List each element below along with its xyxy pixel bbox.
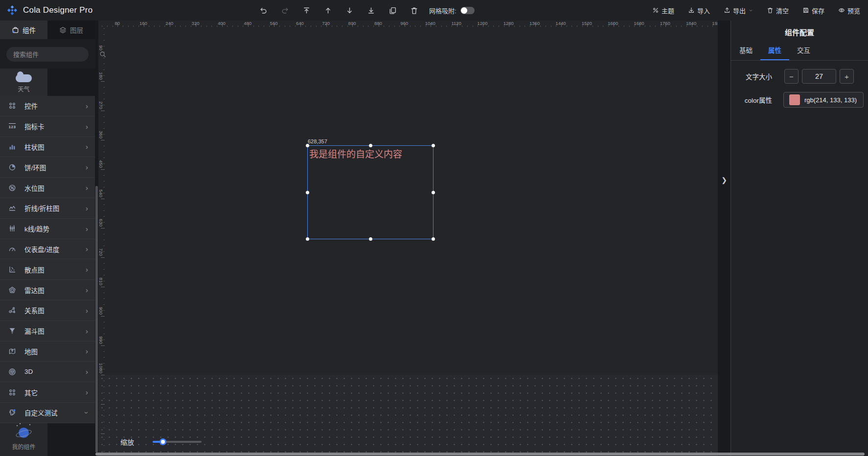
category-relation-graph[interactable]: 关系图 ›: [0, 300, 95, 321]
chevron-right-icon: ›: [86, 266, 88, 273]
save-button[interactable]: 保存: [802, 6, 824, 15]
component-item-weather[interactable]: 天气: [0, 68, 47, 96]
category-bar-chart[interactable]: 柱状图 ›: [0, 137, 95, 158]
category-pie-chart[interactable]: 饼/环图 ›: [0, 157, 95, 178]
category-radar[interactable]: 雷达图 ›: [0, 280, 95, 300]
candlestick-icon: [8, 225, 16, 232]
theme-label: 主题: [662, 6, 674, 15]
chevron-down-icon: [749, 8, 753, 13]
preview-label: 预览: [847, 6, 860, 15]
edit-toolbar: [259, 6, 418, 15]
resize-handle-left[interactable]: [306, 191, 309, 194]
chevron-right-icon: ›: [86, 205, 88, 212]
metric-card-icon: 123: [8, 122, 16, 130]
tab-layers[interactable]: 图层: [47, 21, 95, 39]
category-map[interactable]: 地图 ›: [0, 342, 95, 362]
horizontal-scrollbar[interactable]: [95, 453, 865, 456]
move-up-button[interactable]: [324, 6, 332, 15]
sidebar-scrollbar[interactable]: [95, 21, 98, 456]
tab-basic[interactable]: 基础: [739, 45, 753, 60]
resize-handle-bottom[interactable]: [369, 237, 372, 241]
clear-button[interactable]: 清空: [767, 6, 789, 15]
send-to-back-button[interactable]: [367, 6, 375, 15]
planet-icon: [19, 428, 29, 438]
ruler-vertical: 901802703604505406307208109009901080: [98, 21, 105, 456]
canvas-area[interactable]: 8016024032040048056064072080088096010401…: [98, 21, 718, 456]
category-metric-card[interactable]: 123 指标卡 ›: [0, 116, 95, 137]
category-list: 控件 › 123 指标卡 › 柱状图 › 饼/环图 › 水位图 ›: [0, 96, 95, 423]
font-size-decrease-button[interactable]: −: [784, 69, 799, 84]
copy-button[interactable]: [388, 6, 397, 15]
resize-handle-top[interactable]: [369, 144, 372, 147]
panel-separator: [731, 60, 868, 61]
category-water-level[interactable]: 水位图 ›: [0, 178, 95, 198]
export-icon: [724, 7, 731, 14]
search-input[interactable]: [13, 51, 99, 58]
theme-button[interactable]: 主题: [652, 6, 674, 15]
map-icon: [8, 347, 16, 355]
category-controls[interactable]: 控件 ›: [0, 96, 95, 116]
grid-snap-control: 网格吸附:: [429, 6, 475, 15]
brand: Cola Designer Pro: [0, 4, 161, 16]
cloud-icon: [16, 74, 32, 82]
selected-component[interactable]: 我是组件的自定义内容: [307, 145, 434, 239]
resize-handle-top-right[interactable]: [432, 144, 435, 147]
font-size-increase-button[interactable]: +: [840, 69, 854, 84]
panel-collapse-icon[interactable]: ❯: [718, 176, 731, 184]
panel-gutter: ❯: [718, 21, 731, 456]
chevron-right-icon: ›: [86, 245, 88, 252]
category-3d[interactable]: 3D ›: [0, 362, 95, 382]
config-panel: 组件配置 基础 属性 交互 文字大小 − 27 + color属性 rgb(21…: [731, 21, 868, 456]
color-picker-control[interactable]: rgb(214, 133, 133): [783, 92, 864, 108]
resize-handle-bottom-right[interactable]: [432, 237, 435, 241]
chevron-right-icon: ›: [86, 225, 88, 232]
zoom-slider-knob[interactable]: [160, 438, 166, 445]
resize-handle-right[interactable]: [432, 191, 435, 194]
font-size-stepper: − 27 +: [784, 69, 854, 84]
bar-chart-icon: [8, 143, 16, 151]
chevron-right-icon: ›: [86, 184, 88, 191]
header-actions: 主题 导入 导出 清空 保存 预览: [652, 6, 868, 15]
import-label: 导入: [697, 6, 710, 15]
font-size-value[interactable]: 27: [802, 69, 836, 84]
undo-button[interactable]: [259, 6, 268, 15]
import-button[interactable]: 导入: [688, 6, 710, 15]
category-others[interactable]: 其它 ›: [0, 382, 95, 403]
chevron-right-icon: ›: [86, 123, 88, 130]
grid-snap-toggle[interactable]: [460, 7, 475, 14]
toggle-knob: [461, 7, 467, 14]
zoom-slider[interactable]: [153, 438, 202, 446]
move-down-button[interactable]: [345, 6, 354, 15]
trash-icon: [767, 7, 774, 14]
tab-interaction[interactable]: 交互: [797, 45, 810, 60]
delete-button[interactable]: [410, 6, 418, 15]
category-gauge[interactable]: 仪表盘/进度 ›: [0, 239, 95, 260]
color-swatch: [789, 94, 800, 105]
resize-handle-bottom-left[interactable]: [306, 237, 309, 241]
category-kline[interactable]: k线/趋势 ›: [0, 219, 95, 239]
category-custom-test[interactable]: 自定义测试 ›: [0, 403, 95, 423]
preview-button[interactable]: 预览: [838, 6, 860, 15]
tab-components[interactable]: 组件: [0, 21, 47, 39]
tab-properties[interactable]: 属性: [768, 45, 781, 60]
save-icon: [802, 7, 809, 14]
resize-handle-top-left[interactable]: [306, 144, 309, 147]
chevron-right-icon: ›: [86, 327, 88, 335]
export-label: 导出: [733, 6, 746, 15]
panel-title: 组件配置: [731, 21, 868, 37]
chevron-right-icon: ›: [86, 286, 88, 294]
my-components-grid: 我的组件: [0, 423, 95, 456]
chevron-right-icon: ›: [86, 307, 88, 314]
chevron-down-icon: ›: [83, 411, 91, 414]
bring-to-front-button[interactable]: [302, 6, 311, 15]
redo-button[interactable]: [281, 6, 289, 15]
sidebar-scrollbar-thumb[interactable]: [95, 186, 98, 453]
export-button[interactable]: 导出: [724, 6, 753, 15]
tab-layers-label: 图层: [70, 25, 83, 35]
category-line-chart[interactable]: 折线/折柱图 ›: [0, 198, 95, 219]
category-scatter[interactable]: 散点图 ›: [0, 259, 95, 280]
gauge-icon: [8, 245, 16, 253]
category-funnel[interactable]: 漏斗图 ›: [0, 321, 95, 342]
color-label: color属性: [731, 95, 772, 105]
my-components-item[interactable]: 我的组件: [0, 423, 47, 456]
